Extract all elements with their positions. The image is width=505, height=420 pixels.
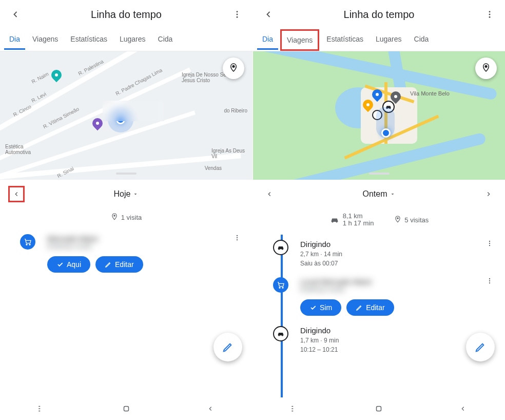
confirm-yes-button[interactable]: Sim xyxy=(300,299,341,316)
visits-summary: 1 visita xyxy=(111,213,142,222)
svg-point-19 xyxy=(279,287,280,288)
timeline-list: Dirigindo 2,7 km · 14 min Saiu às 00:07 … xyxy=(253,235,505,397)
day-summary: 1 visita xyxy=(0,208,252,229)
svg-point-12 xyxy=(489,14,491,15)
tab-trips[interactable]: Viagens xyxy=(27,30,63,50)
tab-day[interactable]: Dia xyxy=(257,30,278,50)
home-button[interactable] xyxy=(111,404,142,413)
recents-button[interactable] xyxy=(280,405,310,412)
sheet-drag-handle[interactable] xyxy=(116,173,137,175)
car-icon xyxy=(273,240,288,255)
edit-fab[interactable] xyxy=(466,333,495,361)
svg-point-14 xyxy=(485,65,487,67)
prev-day-button[interactable] xyxy=(261,186,278,202)
poi-label: do Ribeiro xyxy=(224,108,247,113)
tab-cities[interactable]: Cida xyxy=(409,30,434,50)
activity-metrics: 1,7 km · 9 min xyxy=(300,337,482,344)
timeline-moving-item[interactable]: Dirigindo 2,7 km · 14 min Saiu às 00:07 xyxy=(261,235,497,272)
timeline-moving-item[interactable]: Dirigindo 1,7 km · 9 min 10:12 – 10:21 xyxy=(261,321,497,358)
date-selector[interactable]: Hoje xyxy=(114,189,139,199)
svg-point-6 xyxy=(29,244,30,245)
tab-cities[interactable]: Cida xyxy=(153,30,178,50)
svg-point-5 xyxy=(26,244,27,245)
pin-icon xyxy=(394,215,401,224)
street-label: R. Vítima Simeão xyxy=(42,106,80,129)
svg-point-23 xyxy=(489,282,490,283)
visits-summary: 5 visitas xyxy=(394,213,429,227)
visits-count: 5 visitas xyxy=(404,216,429,224)
tabs: Dia Viagens Estatísticas Lugares Cida xyxy=(0,29,252,51)
poi-label: Igreja As Deus Vil xyxy=(211,148,247,159)
edit-button[interactable]: Editar xyxy=(346,299,394,316)
place-subtitle: Endereço oculto xyxy=(300,286,482,293)
next-day-button[interactable] xyxy=(480,186,497,202)
edit-button[interactable]: Editar xyxy=(95,256,143,273)
date-label: Ontem xyxy=(362,189,387,199)
svg-point-2 xyxy=(237,16,238,18)
tab-trips[interactable]: Viagens xyxy=(280,29,319,51)
item-menu-button[interactable] xyxy=(482,277,497,316)
svg-rect-10 xyxy=(124,407,129,411)
svg-point-3 xyxy=(232,65,235,67)
date-selector[interactable]: Ontem xyxy=(362,189,395,199)
map[interactable]: Vila Monte Belo xyxy=(253,51,505,180)
svg-point-15 xyxy=(397,218,398,219)
activity-title: Dirigindo xyxy=(300,326,482,335)
android-nav-bar xyxy=(0,397,252,420)
tab-stats[interactable]: Estatísticas xyxy=(321,30,368,50)
map-pin-icon[interactable] xyxy=(49,68,64,82)
svg-point-22 xyxy=(489,280,490,281)
tab-stats[interactable]: Estatísticas xyxy=(65,30,112,50)
pencil-icon xyxy=(222,341,234,353)
page-title: Linha do tempo xyxy=(280,9,478,21)
recents-button[interactable] xyxy=(27,405,57,412)
back-nav-button[interactable] xyxy=(195,405,226,412)
car-icon xyxy=(329,216,340,224)
cart-icon xyxy=(273,277,288,293)
phone-right: Linha do tempo Dia Viagens Estatísticas … xyxy=(252,0,505,420)
back-button[interactable] xyxy=(4,3,27,26)
svg-point-16 xyxy=(489,240,490,241)
activity-time: 10:12 – 10:21 xyxy=(300,346,482,353)
tab-places[interactable]: Lugares xyxy=(371,30,407,50)
place-title: Mercado Maior xyxy=(47,234,230,243)
svg-point-18 xyxy=(489,245,490,246)
app-bar: Linha do tempo xyxy=(253,0,505,29)
drive-summary: 8,1 km 1 h 17 min xyxy=(329,213,374,227)
overflow-menu-button[interactable] xyxy=(226,3,248,26)
timeline-place-item[interactable]: Local Mercado Maior Endereço oculto Sim … xyxy=(261,272,497,321)
back-button[interactable] xyxy=(257,3,280,26)
check-icon xyxy=(309,304,317,311)
map[interactable]: R. Naim R. Palestina R. Levi R. Cinco R.… xyxy=(0,51,252,180)
map-layers-button[interactable] xyxy=(475,58,497,79)
sheet-drag-handle[interactable] xyxy=(369,173,390,175)
svg-point-7 xyxy=(237,235,238,236)
chevron-down-icon xyxy=(390,191,396,197)
prev-day-button[interactable] xyxy=(8,186,25,202)
date-label: Hoje xyxy=(114,189,131,199)
svg-point-9 xyxy=(237,239,238,240)
drive-duration: 1 h 17 min xyxy=(343,220,374,227)
overflow-menu-button[interactable] xyxy=(478,3,501,26)
item-menu-button[interactable] xyxy=(482,240,497,267)
cart-icon xyxy=(20,234,35,250)
map-layers-button[interactable] xyxy=(223,58,244,79)
back-nav-button[interactable] xyxy=(448,405,478,412)
tab-places[interactable]: Lugares xyxy=(114,30,151,50)
tab-day[interactable]: Dia xyxy=(4,30,25,50)
confirm-here-button[interactable]: Aqui xyxy=(47,256,90,273)
home-button[interactable] xyxy=(363,404,394,413)
page-title: Linha do tempo xyxy=(27,9,226,21)
item-menu-button[interactable] xyxy=(230,234,244,273)
activity-title: Dirigindo xyxy=(300,240,482,249)
svg-rect-24 xyxy=(377,407,381,411)
svg-point-17 xyxy=(489,242,490,243)
svg-point-8 xyxy=(237,237,238,238)
timeline-list: Mercado Maior Endereço oculto Aqui Edita… xyxy=(0,229,252,397)
edit-fab[interactable] xyxy=(213,333,242,361)
timeline-place-item[interactable]: Mercado Maior Endereço oculto Aqui Edita… xyxy=(8,229,244,278)
svg-point-11 xyxy=(489,11,491,12)
pin-icon xyxy=(111,213,118,222)
drive-distance: 8,1 km xyxy=(343,213,374,220)
activity-metrics: 2,7 km · 14 min xyxy=(300,251,482,258)
